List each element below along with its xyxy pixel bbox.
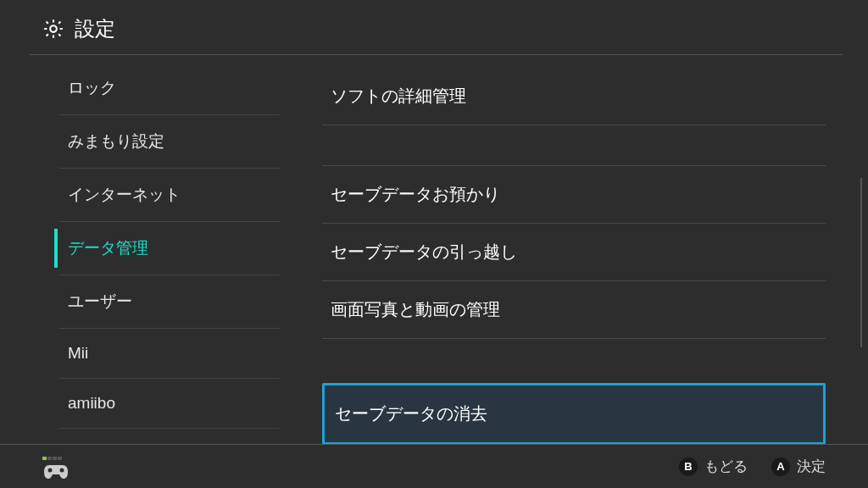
sidebar-item-label: ユーザー [68,292,132,310]
sidebar-item-label: データ管理 [68,239,148,257]
sidebar-item-label: インターネット [68,186,181,203]
sidebar-item-data-management[interactable]: データ管理 [59,222,280,275]
content-item-label: セーブデータの消去 [335,404,487,423]
player-dot [58,457,62,460]
content-divider [322,339,826,383]
footer-right: B もどる A 決定 [679,457,826,476]
sidebar-item-label: ロック [68,79,116,97]
header: 設定 [0,0,868,54]
sidebar-item-parental[interactable]: みまもり設定 [59,115,280,169]
content-item-label: セーブデータお預かり [331,185,500,203]
player-dot [53,457,57,460]
content-item-delete-save[interactable]: セーブデータの消去 [322,383,826,445]
svg-point-2 [60,468,64,472]
sidebar-item-internet[interactable]: インターネット [59,169,280,222]
player-dot [42,457,47,460]
player-dot [47,457,52,460]
content-area: ソフトの詳細管理 セーブデータお預かり セーブデータの引っ越し 画面写真と動画の… [280,55,868,450]
confirm-button[interactable]: A 決定 [771,457,826,476]
confirm-label: 決定 [797,457,826,476]
page-title: 設定 [75,15,115,42]
svg-point-0 [50,25,57,32]
scrollbar[interactable] [860,178,862,347]
player-indicator [42,457,70,460]
controller-icon[interactable] [42,462,70,480]
content-divider [322,125,826,166]
sidebar-item-lock[interactable]: ロック [59,62,280,115]
back-button[interactable]: B もどる [679,457,748,476]
footer: B もどる A 決定 [0,444,868,488]
content-item-label: セーブデータの引っ越し [331,242,517,261]
back-label: もどる [704,457,748,476]
content-item-save-transfer[interactable]: セーブデータの引っ越し [322,224,826,281]
sidebar-item-label: amiibo [68,394,115,412]
b-button-icon: B [679,458,698,476]
svg-point-1 [48,468,53,472]
content-item-software-detail[interactable]: ソフトの詳細管理 [322,68,826,125]
content-item-save-cloud[interactable]: セーブデータお預かり [322,166,826,224]
footer-left [42,453,70,480]
sidebar-item-user[interactable]: ユーザー [59,275,280,329]
sidebar: ロック みまもり設定 インターネット データ管理 ユーザー Mii amiibo [0,55,280,450]
a-button-icon: A [771,458,790,476]
content-item-label: 画面写真と動画の管理 [331,300,500,319]
sidebar-item-label: みまもり設定 [68,132,164,150]
sidebar-item-amiibo[interactable]: amiibo [59,379,280,429]
sidebar-item-label: Mii [68,344,88,362]
gear-icon [42,18,64,40]
content-item-screenshots[interactable]: 画面写真と動画の管理 [322,281,826,339]
main-content: ロック みまもり設定 インターネット データ管理 ユーザー Mii amiibo… [0,55,868,450]
sidebar-item-mii[interactable]: Mii [59,329,280,379]
content-item-label: ソフトの詳細管理 [331,86,466,105]
